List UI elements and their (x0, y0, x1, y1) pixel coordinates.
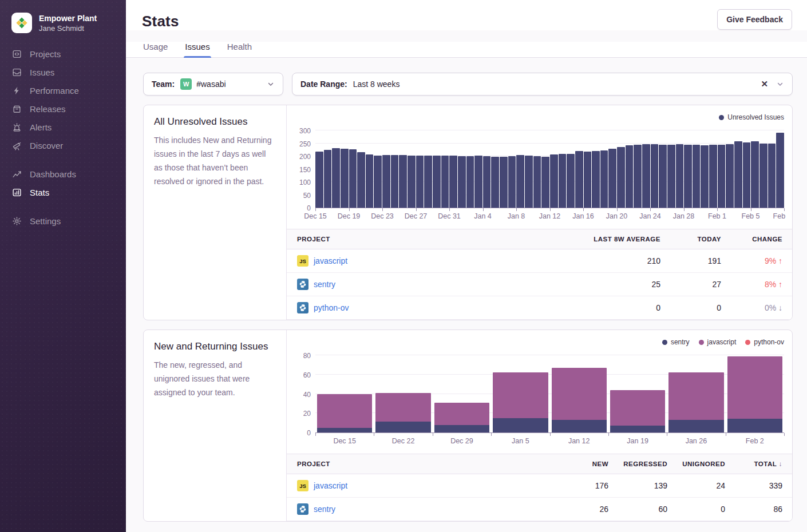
unresolved-bar (759, 144, 768, 208)
segment-sentry (668, 420, 723, 432)
alerts-icon (11, 122, 22, 132)
clear-date-icon[interactable]: ✕ (761, 79, 768, 89)
x-tick (449, 208, 450, 211)
new-returning-issues-table: PROJECTNEWREGRESSEDUNIGNOREDTOTAL ↓JSjav… (287, 454, 792, 521)
issues-icon (11, 67, 22, 77)
sidebar-nav: ProjectsIssuesPerformanceReleasesAlertsD… (0, 45, 126, 230)
project-link[interactable]: sentry (314, 280, 335, 289)
sidebar-item-releases[interactable]: Releases (0, 100, 126, 118)
sidebar-item-performance[interactable]: Performance (0, 81, 126, 100)
unresolved-bar (449, 156, 457, 208)
project-link[interactable]: python-ov (314, 303, 349, 312)
unresolved-bar (349, 149, 357, 208)
total-cell: 86 (735, 505, 792, 514)
unresolved-bar (651, 144, 659, 208)
sidebar-item-stats[interactable]: Stats (0, 183, 126, 201)
segment-sentry (552, 420, 607, 432)
segment-javascript (610, 390, 665, 426)
x-tick-label: Jan 20 (606, 212, 628, 220)
x-axis-labels: Dec 15Dec 19Dec 23Dec 27Dec 31Jan 4Jan 8… (315, 208, 784, 223)
column-header-total[interactable]: TOTAL ↓ (735, 460, 792, 467)
legend-python-ov[interactable]: python-ov (745, 338, 784, 346)
tab-issues[interactable]: Issues (184, 42, 211, 57)
project-link[interactable]: sentry (314, 505, 335, 514)
x-tick-label: Jan 16 (572, 212, 594, 220)
x-tick-label: Jan 12 (539, 212, 561, 220)
x-tick-label: Dec 15 (304, 212, 327, 220)
unresolved-bar (550, 154, 558, 208)
project-link[interactable]: javascript (314, 256, 347, 265)
y-tick-label: 40 (303, 391, 311, 399)
python-project-icon (297, 279, 308, 290)
python-project-icon (297, 302, 308, 313)
sidebar-item-alerts[interactable]: Alerts (0, 118, 126, 136)
org-switcher[interactable]: Empower Plant Jane Schmidt (0, 0, 126, 45)
give-feedback-button[interactable]: Give Feedback (717, 9, 792, 30)
org-logo (11, 13, 32, 33)
segment-javascript (668, 372, 723, 420)
x-tick (491, 433, 492, 436)
segment-javascript (552, 368, 607, 420)
x-tick (726, 433, 726, 436)
team-avatar: W (180, 78, 192, 90)
sidebar-item-label: Alerts (30, 122, 52, 132)
y-axis-labels: 050100150200250300 (292, 125, 315, 208)
x-tick (667, 433, 667, 436)
column-header-today: TODAY (670, 236, 731, 243)
tab-health[interactable]: Health (226, 42, 253, 57)
unresolved-issues-chart: Unresolved Issues 050100150200250300 Dec… (287, 105, 792, 223)
segment-javascript (727, 356, 782, 419)
legend-dot (699, 340, 704, 345)
unresolved-bar (382, 155, 390, 208)
x-tick-label: Jan 26 (686, 437, 707, 445)
segment-sentry (727, 419, 782, 432)
stacked-bar (552, 368, 607, 432)
stacked-bar (493, 372, 548, 432)
sidebar-item-label: Performance (30, 86, 79, 96)
x-axis-labels: Dec 15Dec 22Dec 29Jan 5Jan 12Jan 19Jan 2… (315, 433, 784, 448)
sidebar-item-dashboards[interactable]: Dashboards (0, 165, 126, 183)
unresolved-bar (718, 145, 726, 208)
x-tick-label: Jan 12 (568, 437, 590, 445)
unresolved-issues-table: PROJECTLAST 8W AVERAGETODAYCHANGEJSjavas… (287, 229, 792, 320)
y-tick-label: 80 (303, 352, 311, 360)
sidebar-item-projects[interactable]: Projects (0, 45, 126, 63)
unresolved-bar (332, 148, 340, 208)
legend-unresolved-issues[interactable]: Unresolved Issues (719, 113, 784, 121)
bars (315, 125, 784, 208)
x-tick-label: Jan 19 (627, 437, 648, 445)
column-header-project: PROJECT (287, 236, 567, 243)
sidebar-item-discover[interactable]: Discover (0, 136, 126, 154)
sidebar-item-label: Settings (30, 216, 61, 226)
date-range-select[interactable]: Date Range: Last 8 weeks ✕ (292, 73, 793, 96)
javascript-project-icon: JS (297, 480, 308, 491)
unresolved-bar (693, 145, 701, 208)
team-value: #wasabi (196, 80, 226, 89)
sidebar-item-label: Dashboards (30, 169, 76, 179)
chart-legend: sentryjavascriptpython-ov (292, 337, 784, 347)
stacked-bar (317, 394, 372, 432)
discover-icon (11, 140, 22, 150)
legend-sentry[interactable]: sentry (662, 338, 690, 346)
project-link[interactable]: javascript (314, 481, 347, 490)
x-tick-label: Dec 31 (438, 212, 461, 220)
sidebar-item-label: Stats (30, 188, 49, 197)
new-cell: 176 (556, 481, 618, 490)
sidebar-item-issues[interactable]: Issues (0, 63, 126, 81)
today-cell: 191 (670, 256, 731, 265)
tab-usage[interactable]: Usage (142, 42, 169, 57)
column-header-last-8w-average: LAST 8W AVERAGE (567, 236, 670, 243)
new-cell: 26 (556, 505, 618, 514)
x-tick (717, 208, 718, 211)
legend-javascript[interactable]: javascript (699, 338, 737, 346)
unignored-cell: 24 (677, 481, 735, 490)
team-select[interactable]: Team: W #wasabi (143, 73, 283, 96)
x-tick (516, 208, 517, 211)
releases-icon (11, 104, 22, 114)
x-tick-label: Feb 5 (742, 212, 760, 220)
x-tick (583, 208, 584, 211)
x-tick-label: Jan 24 (639, 212, 661, 220)
project-cell: JSjavascript (287, 255, 567, 267)
sidebar-item-settings[interactable]: Settings (0, 212, 126, 230)
segment-sentry (610, 426, 665, 432)
